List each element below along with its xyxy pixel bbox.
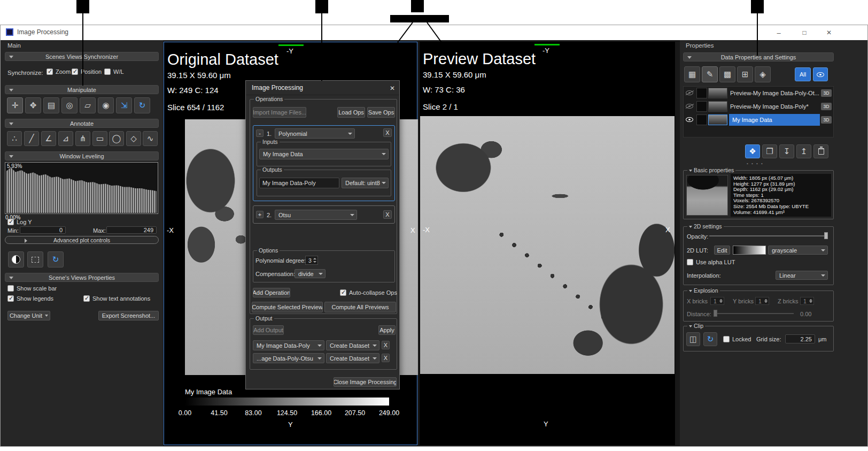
output-1-action-dropdown[interactable]: Create Dataset <box>326 340 379 350</box>
output-2-dataset-dropdown[interactable]: ...age Data-Poly-Otsu <box>253 353 324 363</box>
sync-position-checkbox[interactable]: Position <box>72 68 102 75</box>
fit-view-button[interactable]: ⇲ <box>116 97 132 113</box>
add-output-button[interactable]: Add Output <box>253 325 284 335</box>
zoom-tool-button[interactable]: ◎ <box>61 97 78 113</box>
show-legends-checkbox[interactable]: Show legends <box>7 295 53 302</box>
edit-lut-button[interactable]: Edit <box>714 246 730 255</box>
scenes-views-synchronizer-header[interactable]: Scenes Views Synchronizer <box>5 52 159 61</box>
show-all-button[interactable]: All <box>795 67 811 81</box>
preview-image[interactable] <box>420 116 675 374</box>
ellipse-annotation-button[interactable]: ◯ <box>109 131 124 146</box>
graph-annotation-button[interactable]: ⋔ <box>75 131 90 146</box>
pan-tool-button[interactable]: ✛ <box>7 97 23 113</box>
collapse-op-button[interactable]: - <box>256 129 264 137</box>
sync-wl-checkbox[interactable]: W/L <box>104 68 124 75</box>
move-tool-button[interactable]: ✥ <box>25 97 41 113</box>
window-leveling-header[interactable]: Window Leveling <box>5 151 159 160</box>
rectangle-annotation-button[interactable]: ▭ <box>92 131 107 146</box>
polynomial-degree-spinner[interactable]: 3 <box>305 256 318 265</box>
operation-2-type-dropdown[interactable]: Otsu <box>275 210 357 220</box>
contrast-button[interactable] <box>8 251 24 267</box>
output-1-dataset-dropdown[interactable]: My Image Data-Poly <box>253 340 324 350</box>
layers-button[interactable]: ▩ <box>719 66 735 82</box>
expand-op-button[interactable]: + <box>256 211 264 218</box>
scene-views-properties-header[interactable]: Scene's Views Properties <box>5 273 159 282</box>
change-unit-button[interactable]: Change Unit <box>7 311 50 320</box>
dataset-row-selected[interactable]: My Image Data 3D <box>683 113 834 126</box>
compute-all-previews-button[interactable]: Compute All Previews <box>324 302 396 312</box>
sync-zoom-checkbox[interactable]: Zoom <box>46 68 71 75</box>
output-name-input[interactable]: My Image Data-Poly <box>259 178 339 188</box>
close-button[interactable]: ✕ <box>818 27 840 38</box>
advanced-plot-controls[interactable]: Advanced plot controls <box>5 236 159 244</box>
point-annotation-button[interactable]: ∴ <box>7 131 22 146</box>
grid-view-button[interactable]: ⊞ <box>737 66 753 82</box>
delete-dataset-button[interactable] <box>813 144 828 158</box>
z-bricks-spinner[interactable]: 1 <box>800 297 814 305</box>
lut-dropdown[interactable]: grayscale <box>768 246 828 255</box>
remove-operation-1-button[interactable]: X <box>383 128 392 137</box>
clipboard-tool-button[interactable]: ▤ <box>43 97 59 113</box>
reset-leveling-button[interactable]: ↻ <box>48 251 64 267</box>
shape-tool-button[interactable]: ▱ <box>80 97 96 113</box>
operation-1-type-dropdown[interactable]: Polynomial <box>275 128 355 139</box>
export-dataset-button[interactable]: ↧ <box>779 144 794 158</box>
remove-operation-2-button[interactable]: X <box>383 210 392 219</box>
visibility-toggle-icon[interactable] <box>686 104 693 109</box>
visibility-toggle-icon[interactable] <box>686 117 693 122</box>
table-view-button[interactable]: ▦ <box>684 66 700 82</box>
panel-splitter[interactable]: • • • • <box>747 161 764 166</box>
dataset-row[interactable]: Preview-My Image Data-Poly-Ot... 3D <box>683 87 834 100</box>
reset-view-button[interactable]: ↻ <box>134 97 150 113</box>
show-scale-bar-checkbox[interactable]: Show scale bar <box>7 285 57 292</box>
ruler-annotation-button[interactable]: ╱ <box>24 131 39 146</box>
visibility-all-button[interactable] <box>813 67 828 81</box>
visibility-toggle-icon[interactable] <box>686 90 693 95</box>
load-ops-button[interactable]: Load Ops <box>337 107 365 118</box>
max-input[interactable]: 249 <box>106 226 157 234</box>
preview-view[interactable]: -Y Preview Dataset 39.15 X 59.60 μm W: 7… <box>420 42 675 445</box>
polygon-annotation-button[interactable]: ◇ <box>126 131 141 146</box>
close-image-processing-button[interactable]: Close Image Processing <box>334 377 397 387</box>
clip-box-button[interactable]: ◫ <box>686 332 700 346</box>
auto-collapse-checkbox[interactable]: Auto-collapse Ops <box>340 289 397 296</box>
annotate-header[interactable]: Annotate <box>5 119 159 128</box>
y-bricks-spinner[interactable]: 1 <box>755 297 769 305</box>
interpolation-dropdown[interactable]: Linear <box>776 271 828 280</box>
dialog-titlebar[interactable]: Image Processing ✕ <box>246 81 399 95</box>
min-input[interactable]: 0 <box>20 226 66 234</box>
save-ops-button[interactable]: Save Ops <box>367 107 395 118</box>
log-y-checkbox[interactable]: Log Y <box>7 219 32 225</box>
distance-slider[interactable] <box>714 310 794 317</box>
manipulate-header[interactable]: Manipulate <box>5 85 159 94</box>
roi-leveling-button[interactable] <box>27 251 43 267</box>
edit-mode-button[interactable]: ✎ <box>702 66 718 82</box>
import-dataset-button[interactable]: ↥ <box>796 144 811 158</box>
remove-output-1-button[interactable]: X <box>382 341 390 349</box>
histogram[interactable]: 5.93% <box>5 162 158 214</box>
show-text-annotations-checkbox[interactable]: Show text annotations <box>83 295 150 302</box>
grid-size-input[interactable]: 2.25 <box>785 334 815 343</box>
compute-selected-preview-button[interactable]: Compute Selected Preview <box>252 302 323 312</box>
opacity-slider[interactable] <box>709 232 828 239</box>
use-alpha-lut-checkbox[interactable]: Use alpha LUT <box>687 259 735 265</box>
duplicate-dataset-button[interactable]: ❐ <box>762 144 777 158</box>
clip-reset-button[interactable]: ↻ <box>703 332 717 346</box>
dataset-row[interactable]: Preview-My Image Data-Poly* 3D <box>683 100 834 113</box>
output-2-action-dropdown[interactable]: Create Dataset <box>326 353 379 363</box>
dialog-close-button[interactable]: ✕ <box>387 83 397 93</box>
export-screenshot-button[interactable]: Export Screenshot... <box>98 311 159 320</box>
add-operation-button[interactable]: Add Operation <box>253 288 290 297</box>
diamond-view-button[interactable]: ◈ <box>755 66 771 82</box>
target-tool-button[interactable]: ◉ <box>98 97 114 113</box>
locked-checkbox[interactable]: Locked <box>723 336 751 342</box>
angle-annotation-button[interactable]: ∠ <box>41 131 56 146</box>
angle2-annotation-button[interactable]: ⊿ <box>58 131 73 146</box>
remove-output-2-button[interactable]: X <box>382 354 390 362</box>
new-dataset-button[interactable]: ❖ <box>745 144 760 158</box>
x-bricks-spinner[interactable]: 1 <box>710 297 724 305</box>
minimize-button[interactable]: – <box>768 27 789 38</box>
data-properties-header[interactable]: Data Properties and Settings <box>683 52 834 62</box>
compensation-dropdown[interactable]: divide <box>294 269 326 278</box>
freehand-annotation-button[interactable]: ∿ <box>143 131 158 146</box>
